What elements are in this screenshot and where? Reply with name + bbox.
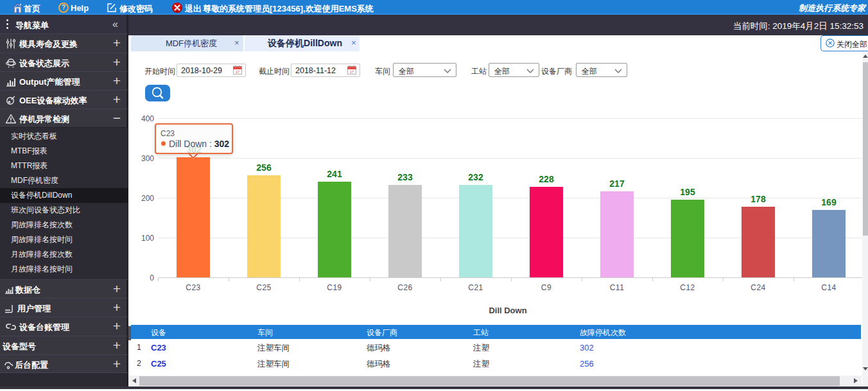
svg-text:17: 17 [350,70,354,74]
svg-text:17: 17 [236,70,239,74]
